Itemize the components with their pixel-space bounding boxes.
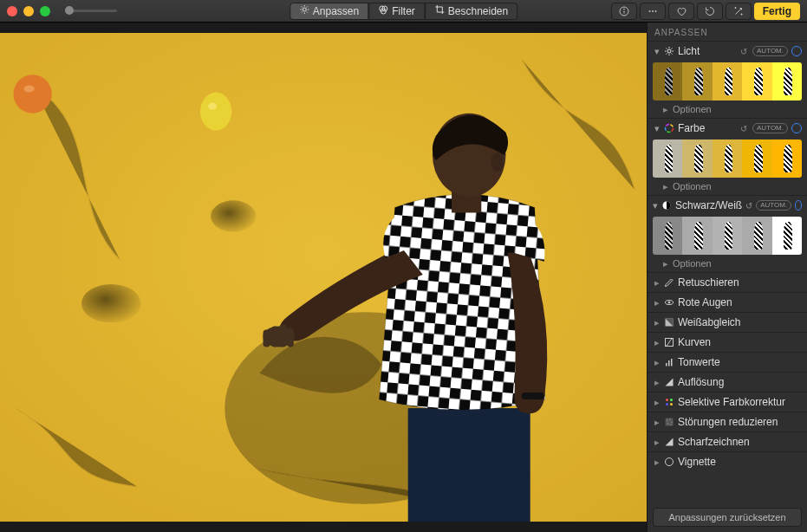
svg-point-63 xyxy=(670,399,673,401)
svg-rect-36 xyxy=(272,326,278,347)
svg-line-47 xyxy=(667,54,667,55)
row-curves[interactable]: ▸ Kurven xyxy=(648,332,807,352)
enable-ring[interactable] xyxy=(791,123,802,133)
done-button[interactable]: Fertig xyxy=(754,3,800,20)
auto-chip[interactable]: AUTOM. xyxy=(752,123,788,133)
svg-point-68 xyxy=(670,419,671,420)
reset-icon[interactable]: ↺ xyxy=(745,201,752,211)
light-options[interactable]: ▸ Optionen xyxy=(648,102,807,118)
bw-icon xyxy=(661,200,672,211)
adjust-icon xyxy=(299,4,309,17)
svg-point-14 xyxy=(623,9,624,10)
reset-icon[interactable]: ↺ xyxy=(740,124,749,133)
svg-line-46 xyxy=(672,54,673,55)
light-preview-strip[interactable] xyxy=(653,62,802,101)
svg-point-28 xyxy=(81,284,140,322)
row-levels[interactable]: ▸ Tonwerte xyxy=(648,352,807,372)
mode-crop[interactable]: Beschneiden xyxy=(425,3,517,20)
enable-ring[interactable] xyxy=(791,46,802,56)
group-light: ▾ Licht ↺ AUTOM. ▸ Optionen xyxy=(648,41,807,118)
row-selcolor[interactable]: ▸ Selektive Farbkorrektur xyxy=(648,392,807,412)
reset-bar: Anpassungen zurücksetzen xyxy=(648,503,807,532)
chevron-right-icon: ▸ xyxy=(653,458,661,466)
curves-icon xyxy=(664,337,674,347)
titlebar: Anpassen Filter Beschneiden Fertig xyxy=(0,0,807,23)
noise-icon xyxy=(664,417,674,427)
row-vignette[interactable]: ▸ Vignette xyxy=(648,451,807,471)
group-color-header[interactable]: ▾ Farbe ↺ AUTOM. xyxy=(648,119,807,138)
svg-point-64 xyxy=(666,403,668,405)
chevron-right-icon: ▸ xyxy=(653,319,661,327)
window-zoom[interactable] xyxy=(40,6,50,16)
rotate-button[interactable] xyxy=(697,3,723,20)
enable-ring[interactable] xyxy=(795,200,802,211)
favorite-button[interactable] xyxy=(668,3,694,20)
reset-icon[interactable]: ↺ xyxy=(740,47,749,56)
svg-point-62 xyxy=(666,399,668,401)
auto-chip[interactable]: AUTOM. xyxy=(756,200,791,211)
zoom-slider[interactable] xyxy=(65,10,117,12)
color-icon xyxy=(664,123,674,133)
chevron-right-icon: ▸ xyxy=(661,183,669,191)
svg-point-33 xyxy=(491,152,503,172)
reset-adjustments-button[interactable]: Anpassungen zurücksetzen xyxy=(653,508,802,527)
row-selcolor-label: Selektive Farbkorrektur xyxy=(678,396,802,408)
row-definition[interactable]: ▸ Auflösung xyxy=(648,372,807,392)
row-redeye[interactable]: ▸ Rote Augen xyxy=(648,292,807,312)
adjust-sidebar: ANPASSEN ▾ Licht ↺ AUTOM. ▸ Optionen xyxy=(647,23,807,532)
row-retouch[interactable]: ▸ Retuschieren xyxy=(648,272,807,292)
row-wb[interactable]: ▸ Weißabgleich xyxy=(648,312,807,332)
svg-rect-30 xyxy=(408,408,530,522)
group-bw-header[interactable]: ▾ Schwarz/Weiß ↺ AUTOM. xyxy=(648,196,807,215)
more-button[interactable] xyxy=(640,3,666,20)
definition-icon xyxy=(664,377,674,387)
svg-point-17 xyxy=(654,10,656,12)
retouch-icon xyxy=(664,277,674,288)
svg-point-23 xyxy=(13,75,51,113)
image-canvas[interactable] xyxy=(0,23,647,532)
window-minimize[interactable] xyxy=(23,6,34,16)
mode-crop-label: Beschneiden xyxy=(448,5,508,17)
mode-segmented-control: Anpassen Filter Beschneiden xyxy=(290,3,517,20)
svg-rect-61 xyxy=(671,359,673,367)
svg-rect-59 xyxy=(666,363,667,367)
bw-options[interactable]: ▸ Optionen xyxy=(648,256,807,272)
levels-icon xyxy=(664,357,674,367)
main-area: ANPASSEN ▾ Licht ↺ AUTOM. ▸ Optionen xyxy=(0,23,807,532)
group-light-label: Licht xyxy=(678,45,737,57)
magic-button[interactable] xyxy=(726,3,752,20)
color-options-label: Optionen xyxy=(673,181,712,191)
svg-point-56 xyxy=(668,302,670,303)
mode-adjust[interactable]: Anpassen xyxy=(290,3,368,20)
info-button[interactable] xyxy=(611,3,637,20)
svg-line-45 xyxy=(667,49,667,49)
chevron-right-icon: ▸ xyxy=(653,339,661,347)
row-noise[interactable]: ▸ Störungen reduzieren xyxy=(648,412,807,431)
chevron-right-icon: ▸ xyxy=(653,418,661,426)
svg-line-5 xyxy=(301,6,302,7)
svg-point-0 xyxy=(303,8,306,11)
svg-rect-60 xyxy=(668,360,670,367)
row-curves-label: Kurven xyxy=(678,336,802,348)
chevron-right-icon: ▸ xyxy=(661,260,669,268)
chevron-right-icon: ▸ xyxy=(653,279,661,287)
mode-filter[interactable]: Filter xyxy=(368,3,425,20)
bw-preview-strip[interactable] xyxy=(653,217,802,255)
svg-point-27 xyxy=(211,200,256,231)
crop-icon xyxy=(434,4,445,17)
svg-point-71 xyxy=(671,425,672,425)
window-close[interactable] xyxy=(7,6,17,16)
group-light-header[interactable]: ▾ Licht ↺ AUTOM. xyxy=(648,42,807,61)
color-options[interactable]: ▸ Optionen xyxy=(648,179,807,195)
color-preview-strip[interactable] xyxy=(653,139,802,178)
svg-rect-39 xyxy=(522,393,544,399)
auto-chip[interactable]: AUTOM. xyxy=(752,46,788,56)
row-sharpen[interactable]: ▸ Scharfzeichnen xyxy=(648,431,807,451)
group-color: ▾ Farbe ↺ AUTOM. ▸ Optionen xyxy=(648,118,807,195)
redeye-icon xyxy=(664,297,674,308)
svg-point-15 xyxy=(648,10,650,12)
svg-point-25 xyxy=(200,92,231,130)
chevron-down-icon: ▾ xyxy=(653,202,658,210)
bw-options-label: Optionen xyxy=(673,258,712,269)
svg-point-72 xyxy=(666,458,674,466)
